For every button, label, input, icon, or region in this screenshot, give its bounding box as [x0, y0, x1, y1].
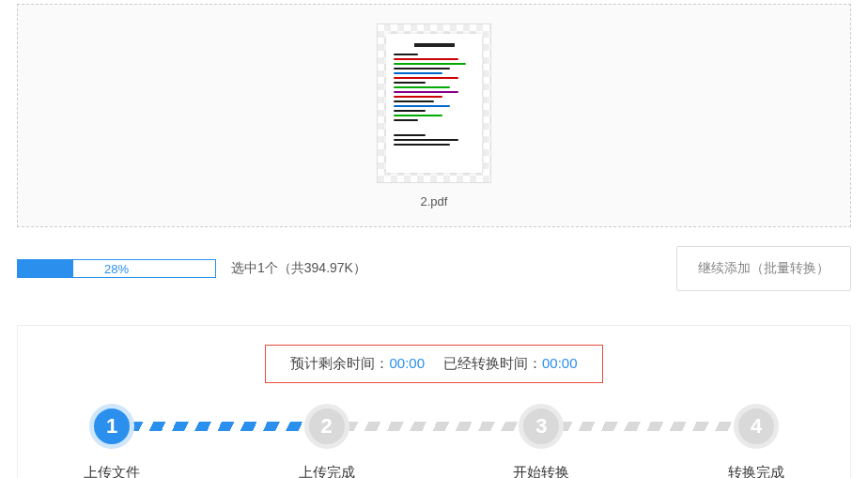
file-thumbnail[interactable] [377, 23, 491, 183]
remaining-time-label: 预计剩余时间： [290, 355, 389, 371]
connector-1-2 [131, 422, 308, 431]
add-more-label: 继续添加（批量转换） [698, 260, 829, 277]
step-1-circle: 1 [89, 404, 134, 449]
step-3-label: 开始转换 [513, 464, 569, 478]
step-3-circle: 3 [519, 404, 564, 449]
remaining-time-value: 00:00 [389, 355, 425, 371]
document-page-icon [386, 34, 482, 173]
step-2-upload-complete: 2 上传完成 [299, 404, 355, 478]
elapsed-time: 已经转换时间：00:00 [443, 355, 578, 373]
step-2-circle: 2 [304, 404, 349, 449]
step-1-upload-file: 1 上传文件 [84, 404, 140, 478]
step-1-label: 上传文件 [84, 464, 140, 478]
status-row: 28% 选中1个（共394.97K） 继续添加（批量转换） [17, 246, 851, 291]
elapsed-time-label: 已经转换时间： [443, 355, 542, 371]
file-preview: 2.pdf [377, 23, 491, 208]
selected-info: 选中1个（共394.97K） [231, 260, 366, 277]
step-4-label: 转换完成 [728, 464, 784, 478]
connector-2-3 [346, 422, 523, 431]
step-2-label: 上传完成 [299, 464, 355, 478]
conversion-panel: 预计剩余时间：00:00 已经转换时间：00:00 1 上传文件 2 上传完成 … [17, 325, 851, 478]
upload-drop-zone[interactable]: 2.pdf [17, 4, 851, 227]
time-info-box: 预计剩余时间：00:00 已经转换时间：00:00 [265, 345, 602, 383]
upload-progress-bar: 28% [17, 259, 216, 278]
remaining-time: 预计剩余时间：00:00 [290, 355, 425, 373]
step-4-circle: 4 [734, 404, 779, 449]
add-more-button[interactable]: 继续添加（批量转换） [676, 246, 851, 291]
step-4-convert-complete: 4 转换完成 [728, 404, 784, 478]
progress-percent: 28% [104, 262, 129, 276]
elapsed-time-value: 00:00 [542, 355, 578, 371]
step-3-start-convert: 3 开始转换 [513, 404, 569, 478]
connector-3-4 [560, 422, 737, 431]
file-name: 2.pdf [421, 194, 448, 208]
progress-steps: 1 上传文件 2 上传完成 3 开始转换 4 转换完成 [18, 404, 850, 478]
